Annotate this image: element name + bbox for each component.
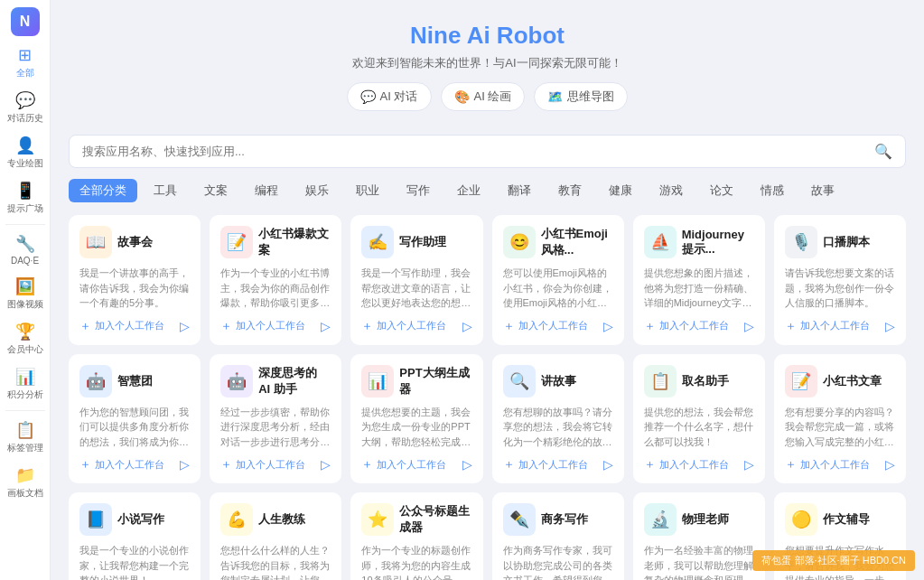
- chat-tab-icon: 💬: [360, 89, 376, 104]
- card-icon-0: 📖: [79, 226, 112, 258]
- card-icon-14: ⭐: [361, 503, 394, 536]
- card-12[interactable]: 📘 小说写作 我是一个专业的小说创作家，让我帮您构建一个完整的小说世界！ ＋ 加…: [69, 492, 201, 580]
- category-tab-14[interactable]: 故事: [800, 179, 845, 202]
- card-8[interactable]: 📊 PPT大纲生成器 提供您想要的主题，我会为您生成一份专业的PPT大纲，帮助您…: [350, 354, 482, 484]
- card-11[interactable]: 📝 小红书文章 您有想要分享的内容吗？我会帮您完成一篇，或将您输入写成完整的小红…: [774, 354, 906, 484]
- sidebar-item-history[interactable]: 💬 对话历史: [0, 85, 50, 130]
- add-icon-4: ＋: [644, 318, 656, 334]
- card-15[interactable]: ✒️ 商务写作 作为商务写作专家，我可以协助您完成公司的各类文书工作，希望得到您…: [492, 492, 624, 580]
- category-tab-2[interactable]: 文案: [193, 179, 238, 202]
- card-7[interactable]: 🤖 深度思考的 AI 助手 经过一步步缜密，帮助你进行深度思考分析，经由对话一步…: [210, 354, 341, 484]
- card-title-12: 小说写作: [117, 511, 164, 528]
- category-tab-8[interactable]: 翻译: [497, 179, 542, 202]
- category-tab-0[interactable]: 全部分类: [69, 179, 137, 202]
- sidebar-item-analytics[interactable]: 📊 积分分析: [0, 361, 50, 407]
- card-5[interactable]: 🎙️ 口播脚本 请告诉我您想要文案的话题，我将为您创作一份令人信服的口播脚本。 …: [774, 215, 906, 345]
- card-footer-0: ＋ 加入个人工作台 ▷: [79, 318, 190, 334]
- sidebar-divider-2: [5, 410, 45, 411]
- tab-mindmap[interactable]: 🗺️ 思维导图: [534, 82, 628, 111]
- tab-ai-draw-label: AI 绘画: [474, 89, 512, 105]
- category-tab-9[interactable]: 教育: [547, 179, 593, 202]
- card-footer-11: ＋ 加入个人工作台 ▷: [785, 456, 895, 472]
- tab-ai-chat[interactable]: 💬 AI 对话: [347, 82, 432, 111]
- card-footer-5: ＋ 加入个人工作台 ▷: [785, 318, 895, 334]
- card-icon-4: ⛵: [644, 226, 677, 258]
- sidebar-item-prompts[interactable]: 📱 提示广场: [0, 175, 50, 220]
- card-title-8: PPT大纲生成器: [399, 365, 471, 398]
- category-tab-6[interactable]: 写作: [396, 179, 441, 202]
- header: Nine Ai Robot 欢迎来到智能未来的世界！与AI一同探索无限可能！ 💬…: [69, 14, 906, 135]
- card-10[interactable]: 📋 取名助手 提供您的想法，我会帮您推荐一个什么名字，想什么都可以找我！ ＋ 加…: [633, 354, 765, 484]
- sidebar-label-history: 对话历史: [7, 112, 43, 125]
- draw-tab-icon: 🎨: [454, 89, 470, 104]
- sidebar-item-docs[interactable]: 📁 画板文档: [0, 460, 50, 505]
- card-footer-label-1: 加入个人工作台: [236, 319, 305, 332]
- add-icon-0: ＋: [79, 318, 91, 334]
- sidebar-divider-1: [5, 224, 45, 225]
- category-tab-11[interactable]: 游戏: [649, 179, 694, 202]
- mindmap-tab-icon: 🗺️: [547, 89, 563, 104]
- card-header-0: 📖 故事会: [79, 226, 190, 258]
- app-subtitle: 欢迎来到智能未来的世界！与AI一同探索无限可能！: [69, 55, 906, 71]
- category-tab-5[interactable]: 职业: [345, 179, 390, 202]
- card-footer-label-7: 加入个人工作台: [236, 458, 305, 472]
- sidebar-item-daqe[interactable]: 🔧 DAQ·E: [0, 229, 50, 271]
- sidebar-label-drawing: 专业绘图: [7, 157, 43, 170]
- card-footer-10: ＋ 加入个人工作台 ▷: [644, 456, 754, 472]
- card-icon-17: 🟡: [785, 503, 817, 536]
- card-title-5: 口播脚本: [823, 234, 870, 250]
- card-footer-8: ＋ 加入个人工作台 ▷: [361, 456, 471, 472]
- card-13[interactable]: 💪 人生教练 您想什么什么样的人生？告诉我您的目标，我将为您制定专属计划，让您为…: [210, 492, 341, 580]
- card-desc-6: 作为您的智慧顾问团，我们可以提供多角度分析你的想法，我们将成为你最强的帮助！: [79, 405, 190, 450]
- search-input[interactable]: [82, 145, 874, 158]
- card-header-17: 🟡 作文辅导: [785, 503, 895, 536]
- category-tab-10[interactable]: 健康: [598, 179, 643, 202]
- card-14[interactable]: ⭐ 公众号标题生成器 作为一个专业的标题创作师，我将为您的内容生成10条吸引人的…: [350, 492, 482, 580]
- category-tabs: 全部分类工具文案编程娱乐职业写作企业翻译教育健康游戏论文情感故事: [69, 179, 906, 202]
- sidebar-item-tags[interactable]: 📋 标签管理: [0, 415, 50, 460]
- card-header-13: 💪 人生教练: [220, 503, 331, 536]
- card-title-9: 讲故事: [541, 373, 576, 389]
- category-tab-3[interactable]: 编程: [244, 179, 289, 202]
- arrow-icon-5: ▷: [885, 319, 895, 333]
- card-icon-9: 🔍: [503, 365, 536, 398]
- sidebar-item-media[interactable]: 🖼️ 图像视频: [0, 271, 50, 316]
- card-icon-8: 📊: [361, 365, 394, 398]
- card-4[interactable]: ⛵ Midjourney提示... 提供您想象的图片描述，他将为您打造一份精确、…: [633, 215, 765, 345]
- sidebar-label-daqe: DAQ·E: [11, 256, 39, 266]
- sidebar-item-all[interactable]: ⊞ 全部: [0, 40, 50, 85]
- image-icon: 🖼️: [15, 276, 35, 296]
- card-9[interactable]: 🔍 讲故事 您有想聊的故事吗？请分享您的想法，我会将它转化为一个精彩绝伦的故事！…: [492, 354, 624, 484]
- card-0[interactable]: 📖 故事会 我是一个讲故事的高手，请你告诉我，我会为你编一个有趣的5分事。 ＋ …: [69, 215, 201, 345]
- tool-icon: 🔧: [15, 234, 35, 254]
- card-16[interactable]: 🔬 物理老师 作为一名经验丰富的物理老师，我可以帮助您理解复杂的物理概念和原理。…: [633, 492, 765, 580]
- card-6[interactable]: 🤖 智慧团 作为您的智慧顾问团，我们可以提供多角度分析你的想法，我们将成为你最强…: [69, 354, 201, 484]
- trophy-icon: 🏆: [15, 322, 35, 341]
- category-tab-12[interactable]: 论文: [699, 179, 744, 202]
- category-tab-1[interactable]: 工具: [143, 179, 188, 202]
- tab-ai-draw[interactable]: 🎨 AI 绘画: [441, 82, 526, 111]
- arrow-icon-7: ▷: [321, 457, 331, 472]
- card-footer-label-6: 加入个人工作台: [95, 458, 164, 472]
- card-desc-1: 作为一个专业的小红书博主，我会为你的商品创作爆款，帮助你吸引更多用户！: [220, 266, 331, 311]
- card-3[interactable]: 😊 小红书Emoji风格... 您可以使用Emoji风格的小红书，你会为你创建，…: [492, 215, 624, 345]
- category-tab-7[interactable]: 企业: [446, 179, 491, 202]
- card-title-2: 写作助理: [399, 234, 446, 250]
- card-title-3: 小红书Emoji风格...: [541, 226, 613, 258]
- sidebar-item-drawing[interactable]: 👤 专业绘图: [0, 130, 50, 175]
- category-tab-4[interactable]: 娱乐: [294, 179, 340, 202]
- add-icon-6: ＋: [79, 456, 91, 472]
- arrow-icon-3: ▷: [603, 319, 613, 333]
- card-1[interactable]: 📝 小红书爆款文案 作为一个专业的小红书博主，我会为你的商品创作爆款，帮助你吸引…: [210, 215, 341, 345]
- home-icon: ⊞: [18, 45, 32, 65]
- card-icon-13: 💪: [220, 503, 253, 536]
- arrow-icon-8: ▷: [462, 457, 472, 472]
- card-footer-2: ＋ 加入个人工作台 ▷: [361, 318, 471, 334]
- category-tab-13[interactable]: 情感: [750, 179, 795, 202]
- card-footer-1: ＋ 加入个人工作台 ▷: [220, 318, 331, 334]
- card-footer-label-8: 加入个人工作台: [377, 458, 446, 472]
- card-2[interactable]: ✍️ 写作助理 我是一个写作助理，我会帮您改进文章的语言，让您以更好地表达您的想…: [350, 215, 482, 345]
- card-header-14: ⭐ 公众号标题生成器: [361, 503, 471, 536]
- card-footer-3: ＋ 加入个人工作台 ▷: [503, 318, 613, 334]
- sidebar-item-vip[interactable]: 🏆 会员中心: [0, 316, 50, 361]
